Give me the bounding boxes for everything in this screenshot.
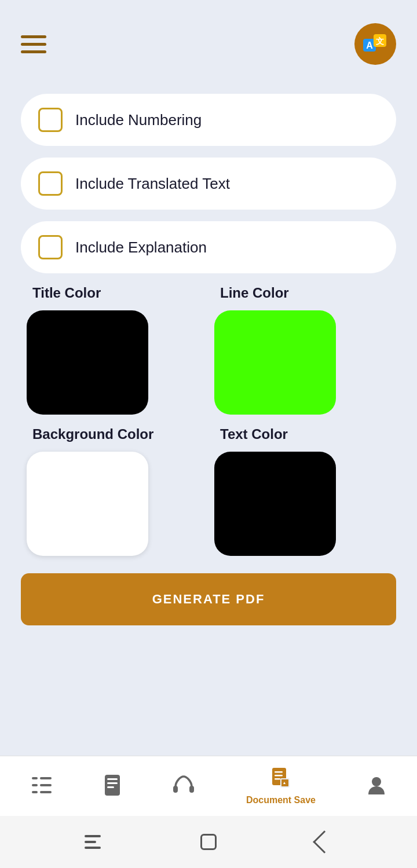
- text-color-block: Text Color: [214, 426, 390, 556]
- book-icon: [104, 775, 121, 799]
- list-view-icon: [32, 777, 52, 796]
- svg-text:A: A: [366, 41, 373, 50]
- include-numbering-label: Include Numbering: [75, 111, 202, 129]
- svg-rect-8: [32, 791, 38, 793]
- nav-item-list[interactable]: [32, 777, 52, 796]
- svg-rect-5: [40, 777, 52, 779]
- background-color-label: Background Color: [27, 426, 153, 442]
- recent-apps-icon: [85, 835, 101, 849]
- include-explanation-row[interactable]: Include Explanation: [21, 221, 396, 273]
- svg-rect-10: [105, 775, 120, 796]
- app-logo: A 文: [354, 23, 396, 65]
- svg-rect-18: [275, 775, 283, 777]
- text-color-swatch[interactable]: [214, 452, 336, 556]
- svg-rect-4: [32, 777, 38, 779]
- nav-item-headphone[interactable]: [173, 775, 194, 798]
- back-button[interactable]: [310, 827, 339, 856]
- include-translated-label: Include Translated Text: [75, 175, 230, 193]
- generate-pdf-button[interactable]: GENERATE PDF: [21, 573, 396, 625]
- hamburger-menu-button[interactable]: [21, 35, 46, 53]
- header: A 文: [0, 0, 417, 76]
- home-icon: [200, 834, 217, 850]
- bottom-navigation: Document Save: [0, 756, 417, 816]
- title-color-label: Title Color: [27, 285, 101, 301]
- headphone-icon: [173, 775, 194, 798]
- line-color-swatch[interactable]: [214, 310, 336, 415]
- back-icon: [313, 830, 336, 854]
- svg-point-22: [372, 777, 381, 786]
- svg-rect-14: [173, 786, 178, 793]
- recent-apps-button[interactable]: [78, 827, 107, 856]
- include-numbering-row[interactable]: Include Numbering: [21, 94, 396, 146]
- svg-rect-19: [275, 778, 280, 780]
- profile-icon: [368, 775, 385, 799]
- svg-rect-15: [189, 786, 194, 793]
- nav-item-book[interactable]: [104, 775, 121, 799]
- svg-rect-13: [107, 786, 114, 788]
- title-color-swatch[interactable]: [27, 310, 148, 415]
- svg-text:文: 文: [376, 36, 384, 46]
- svg-rect-7: [40, 784, 52, 786]
- include-explanation-checkbox[interactable]: [38, 235, 63, 259]
- background-color-swatch[interactable]: [27, 452, 148, 556]
- text-color-label: Text Color: [214, 426, 288, 442]
- system-navigation-bar: [0, 816, 417, 868]
- svg-rect-9: [40, 791, 52, 793]
- include-translated-row[interactable]: Include Translated Text: [21, 158, 396, 210]
- include-explanation-label: Include Explanation: [75, 239, 207, 257]
- include-numbering-checkbox[interactable]: [38, 108, 63, 132]
- document-save-label: Document Save: [246, 795, 316, 805]
- title-color-block: Title Color: [27, 285, 203, 415]
- include-translated-checkbox[interactable]: [38, 171, 63, 196]
- color-section: Title Color Line Color Background Color …: [21, 285, 396, 556]
- line-color-label: Line Color: [214, 285, 289, 301]
- svg-rect-6: [32, 784, 38, 786]
- main-content: Include Numbering Include Translated Tex…: [0, 76, 417, 637]
- document-save-icon: [271, 768, 291, 792]
- home-button[interactable]: [194, 827, 223, 856]
- line-color-block: Line Color: [214, 285, 390, 415]
- svg-rect-11: [107, 778, 118, 780]
- background-color-block: Background Color: [27, 426, 203, 556]
- svg-rect-12: [107, 782, 118, 784]
- svg-rect-17: [275, 771, 283, 773]
- nav-item-profile[interactable]: [368, 775, 385, 799]
- nav-item-document-save[interactable]: Document Save: [246, 768, 316, 805]
